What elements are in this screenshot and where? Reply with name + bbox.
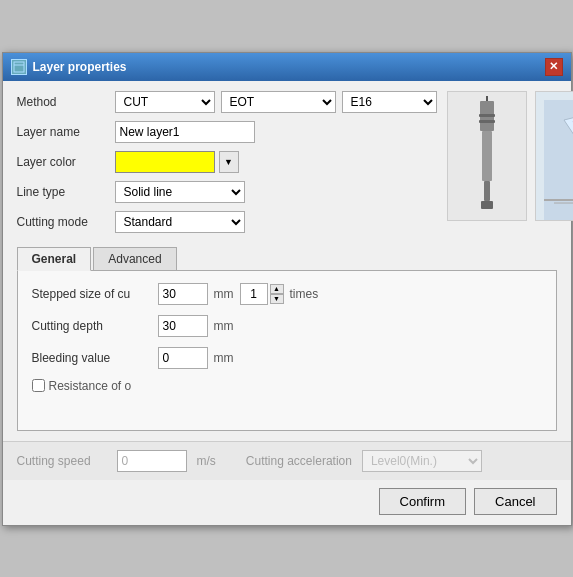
color-swatch[interactable] [115, 151, 215, 173]
cutting-mode-label: Cutting mode [17, 215, 107, 229]
tab-content-general: Stepped size of cu mm ▲ ▼ times Cutting … [17, 271, 557, 431]
preview-images: ! [447, 91, 574, 241]
times-input[interactable] [240, 283, 268, 305]
method-row: Method CUT EOT E16 [17, 91, 437, 113]
cancel-button[interactable]: Cancel [474, 488, 556, 515]
tab-general[interactable]: General [17, 247, 92, 271]
layer-name-input[interactable] [115, 121, 255, 143]
times-wrap: ▲ ▼ [240, 283, 284, 305]
line-type-label: Line type [17, 185, 107, 199]
method-label: Method [17, 95, 107, 109]
tabs-header: General Advanced [17, 247, 557, 271]
svg-rect-8 [479, 120, 495, 123]
bleeding-value-label: Bleeding value [32, 351, 152, 365]
close-button[interactable]: ✕ [545, 58, 563, 76]
cutting-speed-label: Cutting speed [17, 454, 107, 468]
layer-name-label: Layer name [17, 125, 107, 139]
resistance-label: Resistance of o [49, 379, 132, 393]
tool-preview [447, 91, 527, 221]
stepped-size-label: Stepped size of cu [32, 287, 152, 301]
method-select-e16[interactable]: E16 [342, 91, 437, 113]
tabs-container: General Advanced Stepped size of cu mm ▲… [17, 247, 557, 431]
stepped-size-input[interactable] [158, 283, 208, 305]
line-type-select[interactable]: Solid line [115, 181, 245, 203]
spinner-down[interactable]: ▼ [270, 294, 284, 304]
dialog-icon [11, 59, 27, 75]
times-label: times [290, 287, 319, 301]
svg-rect-5 [481, 201, 493, 209]
confirm-button[interactable]: Confirm [379, 488, 467, 515]
form-section: Method CUT EOT E16 L [17, 91, 437, 241]
tab-advanced[interactable]: Advanced [93, 247, 176, 270]
bottom-form-row: Cutting speed m/s Cutting acceleration L… [17, 450, 557, 472]
svg-rect-9 [544, 100, 574, 220]
buttons-row: Confirm Cancel [3, 480, 571, 525]
cutting-depth-label: Cutting depth [32, 319, 152, 333]
cutting-speed-input[interactable] [117, 450, 187, 472]
title-bar: Layer properties ✕ [3, 53, 571, 81]
layer-properties-dialog: Layer properties ✕ Method CUT EOT [2, 52, 572, 526]
title-bar-left: Layer properties [11, 59, 127, 75]
dialog-title: Layer properties [33, 60, 127, 74]
upper-section: Method CUT EOT E16 L [17, 91, 557, 241]
dialog-body: Method CUT EOT E16 L [3, 81, 571, 441]
layer-color-label: Layer color [17, 155, 107, 169]
bleeding-value-unit: mm [214, 351, 234, 365]
layer-color-row: Layer color ▼ [17, 151, 437, 173]
method-selects: CUT EOT E16 [115, 91, 437, 113]
layer-name-row: Layer name [17, 121, 437, 143]
cutting-speed-unit: m/s [197, 454, 216, 468]
plate-svg [544, 100, 574, 220]
tool-svg [452, 96, 522, 216]
svg-rect-7 [479, 114, 495, 117]
svg-rect-0 [14, 62, 24, 72]
cutting-depth-row: Cutting depth mm [32, 315, 542, 337]
stepped-size-unit: mm [214, 287, 234, 301]
color-row: ▼ [115, 151, 239, 173]
bleeding-value-row: Bleeding value mm [32, 347, 542, 369]
bleeding-value-input[interactable] [158, 347, 208, 369]
cutting-mode-select[interactable]: Standard [115, 211, 245, 233]
resistance-checkbox[interactable] [32, 379, 45, 392]
bottom-section: Cutting speed m/s Cutting acceleration L… [3, 441, 571, 480]
line-type-row: Line type Solid line [17, 181, 437, 203]
cutting-mode-row: Cutting mode Standard [17, 211, 437, 233]
plate-preview: ! [535, 91, 574, 221]
spinner: ▲ ▼ [270, 284, 284, 304]
resistance-row: Resistance of o [32, 379, 542, 393]
cutting-accel-label: Cutting acceleration [246, 454, 352, 468]
svg-rect-3 [482, 131, 492, 181]
cutting-depth-input[interactable] [158, 315, 208, 337]
method-select-cut[interactable]: CUT [115, 91, 215, 113]
color-dropdown-btn[interactable]: ▼ [219, 151, 239, 173]
svg-rect-4 [484, 181, 490, 201]
stepped-size-row: Stepped size of cu mm ▲ ▼ times [32, 283, 542, 305]
method-select-eot[interactable]: EOT [221, 91, 336, 113]
cutting-depth-unit: mm [214, 319, 234, 333]
cutting-accel-select[interactable]: Level0(Min.) [362, 450, 482, 472]
spinner-up[interactable]: ▲ [270, 284, 284, 294]
